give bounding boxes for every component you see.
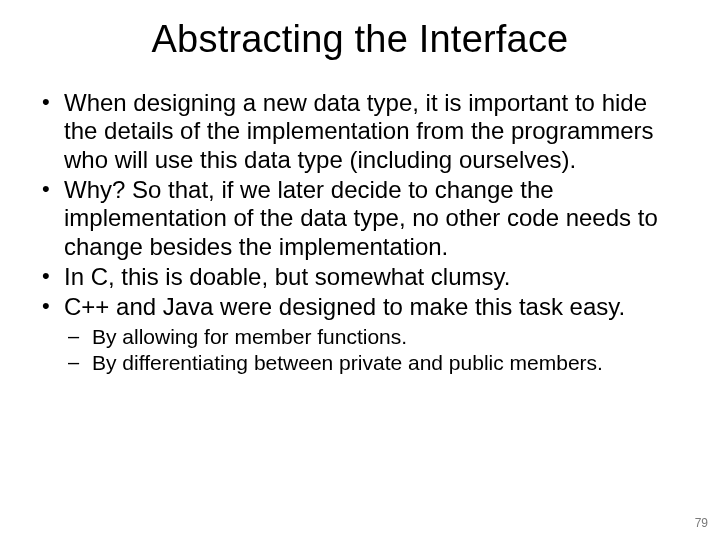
- page-number: 79: [695, 516, 708, 530]
- sub-bullet-item: By allowing for member functions.: [36, 324, 684, 350]
- slide-title: Abstracting the Interface: [36, 18, 684, 61]
- sub-bullet-item: By differentiating between private and p…: [36, 350, 684, 376]
- bullet-item: In C, this is doable, but somewhat clums…: [36, 263, 684, 291]
- slide: Abstracting the Interface When designing…: [0, 0, 720, 540]
- sub-bullet-list: By allowing for member functions. By dif…: [36, 324, 684, 376]
- bullet-list: When designing a new data type, it is im…: [36, 89, 684, 322]
- bullet-item: C++ and Java were designed to make this …: [36, 293, 684, 321]
- bullet-item: Why? So that, if we later decide to chan…: [36, 176, 684, 261]
- bullet-item: When designing a new data type, it is im…: [36, 89, 684, 174]
